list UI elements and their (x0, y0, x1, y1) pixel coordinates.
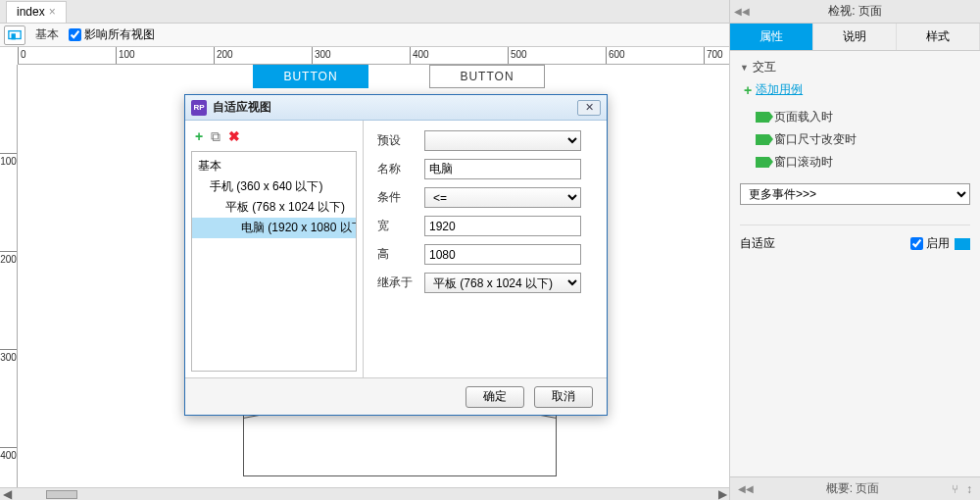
condition-label: 条件 (377, 189, 415, 206)
horizontal-scrollbar[interactable]: ◀ ▶ (0, 487, 729, 500)
scroll-thumb[interactable] (46, 490, 77, 499)
document-tab-bar: index × (0, 0, 729, 24)
height-input[interactable] (424, 244, 581, 265)
ruler-tick: 600 (606, 47, 625, 64)
scroll-right-arrow-icon[interactable]: ▶ (715, 488, 729, 500)
document-tab-index[interactable]: index × (6, 1, 67, 23)
event-page-load[interactable]: 页面载入时 (740, 106, 970, 128)
affect-all-views-checkbox[interactable]: 影响所有视图 (69, 26, 155, 43)
enable-checkbox-input[interactable] (910, 237, 923, 250)
outline-panel-header: ◀◀ 概要: 页面 ⑂ ↕ (730, 476, 980, 500)
dialog-titlebar[interactable]: RP 自适应视图 ✕ (185, 95, 607, 121)
name-input[interactable] (424, 159, 581, 179)
app-icon: RP (191, 100, 207, 116)
button-label: BUTTON (283, 70, 337, 83)
button-label: BUTTON (460, 70, 514, 83)
width-input[interactable] (424, 216, 581, 236)
outline-title: 概要: 页面 (761, 480, 944, 497)
adaptive-row: 自适应 启用 (740, 225, 970, 252)
ruler-tick: 500 (508, 47, 527, 64)
cancel-button[interactable]: 取消 (534, 386, 593, 408)
views-tree[interactable]: 基本 手机 (360 x 640 以下) 平板 (768 x 1024 以下) … (191, 151, 357, 372)
tab-style[interactable]: 样式 (897, 24, 980, 50)
add-case-label: 添加用例 (756, 81, 803, 98)
width-label: 宽 (377, 218, 415, 234)
tree-root[interactable]: 基本 (192, 156, 356, 176)
event-flag-icon (756, 112, 769, 123)
ruler-tick: 700 (704, 47, 723, 64)
canvas-widget-button-primary[interactable]: BUTTON (253, 65, 368, 88)
adaptive-label: 自适应 (740, 235, 775, 252)
adaptive-settings-icon[interactable] (955, 238, 970, 250)
ruler-tick: 400 (410, 47, 429, 64)
dialog-title: 自适应视图 (213, 99, 571, 116)
more-events-select[interactable]: 更多事件>>> (740, 183, 970, 205)
tree-item-phone[interactable]: 手机 (360 x 640 以下) (192, 176, 356, 197)
ruler-tick: 0 (18, 47, 26, 64)
close-icon[interactable]: × (49, 5, 56, 19)
name-label: 名称 (377, 161, 415, 177)
inspector-panel: ◀◀ 检视: 页面 属性 说明 样式 ▼ 交互 + 添加用例 页面载入时 窗口尺 (729, 0, 980, 500)
collapse-icon[interactable]: ◀◀ (734, 6, 750, 17)
more-events-dropdown[interactable]: 更多事件>>> (740, 183, 970, 205)
ruler-tick: 300 (312, 47, 331, 64)
enable-adaptive-checkbox[interactable]: 启用 (910, 235, 950, 252)
dialog-close-button[interactable]: ✕ (577, 100, 601, 116)
inspector-header: ◀◀ 检视: 页面 (730, 0, 980, 24)
event-flag-icon (756, 157, 769, 168)
ruler-tick: 200 (214, 47, 233, 64)
adaptive-view-button[interactable] (4, 25, 25, 45)
inspector-tabs: 属性 说明 样式 (730, 24, 980, 51)
tab-label: index (17, 5, 45, 19)
event-window-resize[interactable]: 窗口尺寸改变时 (740, 128, 970, 151)
sort-icon[interactable]: ↕ (966, 482, 972, 496)
preset-label: 预设 (377, 132, 415, 149)
tree-item-desktop[interactable]: 电脑 (1920 x 1080 以下) (192, 218, 356, 238)
event-label: 窗口滚动时 (774, 154, 833, 171)
ruler-tick: 300 (0, 349, 17, 363)
affect-checkbox-input[interactable] (69, 28, 81, 41)
delete-view-button[interactable]: ✖ (228, 128, 240, 145)
event-label: 页面载入时 (774, 109, 833, 125)
height-label: 高 (377, 246, 415, 263)
base-viewport-label: 基本 (35, 26, 59, 43)
add-view-button[interactable]: + (195, 128, 203, 145)
scroll-track[interactable] (28, 488, 701, 500)
tab-properties[interactable]: 属性 (730, 24, 813, 50)
section-label: 交互 (753, 59, 776, 75)
enable-label: 启用 (926, 235, 950, 252)
ruler-tick: 400 (0, 447, 17, 461)
duplicate-view-button[interactable]: ⧉ (211, 128, 220, 145)
dialog-footer: 确定 取消 (185, 377, 607, 415)
filter-icon[interactable]: ⑂ (952, 482, 958, 496)
adaptive-views-dialog: RP 自适应视图 ✕ + ⧉ ✖ 基本 手机 (360 x 640 以下) 平板… (184, 94, 608, 416)
ruler-tick: 100 (116, 47, 135, 64)
inspector-body: ▼ 交互 + 添加用例 页面载入时 窗口尺寸改变时 窗口滚动时 更多事 (730, 51, 980, 476)
inspector-title: 检视: 页面 (730, 3, 980, 20)
interactions-section-header[interactable]: ▼ 交互 (740, 59, 970, 75)
preset-select[interactable] (424, 130, 581, 151)
collapse-icon[interactable]: ◀◀ (738, 483, 754, 494)
tab-notes[interactable]: 说明 (813, 24, 897, 50)
plus-icon: + (744, 82, 752, 98)
ruler-tick: 200 (0, 251, 17, 265)
dialog-right-pane: 预设 名称 条件 <= 宽 高 (364, 121, 607, 377)
inherit-select[interactable]: 平板 (768 x 1024 以下) (424, 273, 581, 293)
viewport-toolbar: 基本 影响所有视图 (0, 24, 729, 47)
scroll-left-arrow-icon[interactable]: ◀ (0, 488, 14, 500)
event-flag-icon (756, 134, 769, 145)
canvas-widget-button-secondary[interactable]: BUTTON (429, 65, 545, 88)
horizontal-ruler: 0 100 200 300 400 500 600 700 800 (18, 47, 729, 65)
condition-select[interactable]: <= (424, 187, 581, 208)
ok-button[interactable]: 确定 (466, 386, 524, 408)
vertical-ruler: 100 200 300 400 (0, 65, 18, 487)
tree-item-tablet[interactable]: 平板 (768 x 1024 以下) (192, 197, 356, 218)
event-window-scroll[interactable]: 窗口滚动时 (740, 151, 970, 174)
svg-rect-1 (12, 33, 16, 39)
caret-down-icon: ▼ (740, 63, 749, 73)
inherit-label: 继承于 (377, 275, 415, 291)
event-label: 窗口尺寸改变时 (774, 131, 857, 148)
affect-label: 影响所有视图 (84, 26, 155, 43)
ruler-tick: 100 (0, 153, 17, 167)
add-case-link[interactable]: + 添加用例 (744, 81, 970, 98)
